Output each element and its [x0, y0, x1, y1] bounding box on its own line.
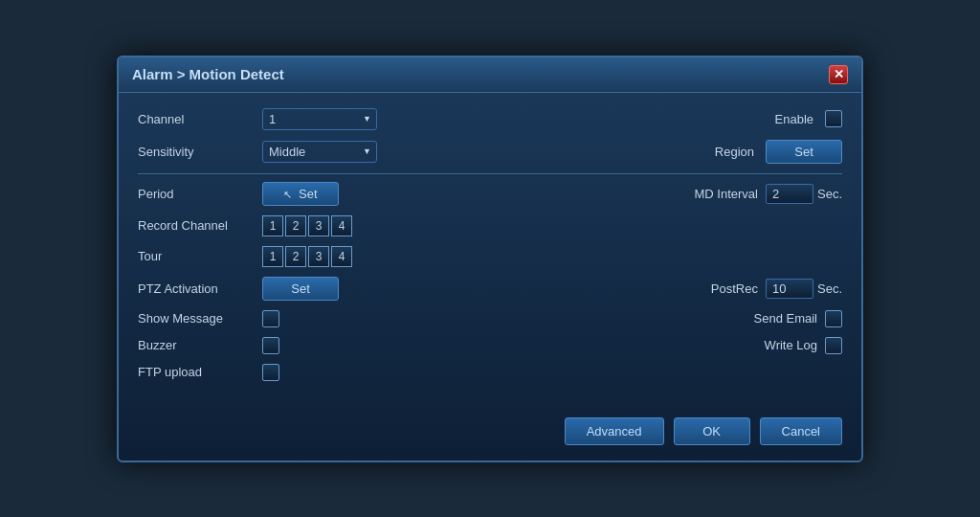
show-message-label: Show Message [138, 311, 262, 326]
record-ch-1[interactable]: 1 [262, 215, 283, 236]
period-row: Period ↖ Set MD Interval Sec. [138, 182, 842, 206]
send-email-label: Send Email [729, 311, 825, 326]
motion-detect-dialog: Alarm > Motion Detect ✕ Channel 1 2 3 4 … [117, 56, 863, 462]
period-label: Period [138, 187, 262, 201]
tour-ch-1[interactable]: 1 [262, 246, 283, 267]
tour-ch-4[interactable]: 4 [331, 246, 352, 267]
postrec-input[interactable] [766, 279, 813, 299]
md-interval-unit: Sec. [817, 187, 842, 201]
channel-select[interactable]: 1 2 3 4 [262, 108, 377, 130]
dialog-footer: Advanced OK Cancel [119, 406, 861, 461]
buzzer-row: Buzzer Write Log [138, 337, 842, 354]
md-interval-input[interactable] [766, 184, 813, 204]
dialog-title: Alarm > Motion Detect [132, 66, 284, 82]
close-button[interactable]: ✕ [829, 65, 848, 84]
show-message-row: Show Message Send Email [138, 310, 842, 327]
ftp-upload-checkbox[interactable] [262, 364, 279, 381]
record-ch-2[interactable]: 2 [285, 215, 306, 236]
title-bar: Alarm > Motion Detect ✕ [119, 57, 861, 93]
region-label: Region [699, 145, 766, 159]
write-log-checkbox[interactable] [825, 337, 842, 354]
send-email-checkbox[interactable] [825, 310, 842, 327]
channel-row: Channel 1 2 3 4 Enable [138, 108, 842, 130]
buzzer-checkbox[interactable] [262, 337, 279, 354]
enable-label: Enable [758, 112, 825, 126]
md-interval-label: MD Interval [670, 187, 766, 201]
tour-ch-2[interactable]: 2 [285, 246, 306, 267]
record-ch-4[interactable]: 4 [331, 215, 352, 236]
write-log-label: Write Log [729, 338, 825, 352]
postrec-label: PostRec [689, 281, 766, 296]
record-ch-3[interactable]: 3 [308, 215, 329, 236]
ptz-label: PTZ Activation [138, 281, 262, 296]
ptz-set-button[interactable]: Set [262, 277, 339, 301]
sensitivity-row: Sensitivity Low Middle High Region Set [138, 140, 842, 164]
sensitivity-select[interactable]: Low Middle High [262, 141, 377, 163]
record-channel-label: Record Channel [138, 218, 262, 233]
ftp-upload-label: FTP upload [138, 365, 262, 379]
ftp-upload-row: FTP upload [138, 364, 842, 381]
enable-checkbox[interactable] [825, 110, 842, 127]
record-channel-row: Record Channel 1 2 3 4 [138, 215, 842, 236]
region-set-button[interactable]: Set [766, 140, 842, 164]
cancel-button[interactable]: Cancel [760, 417, 842, 445]
tour-channel-boxes: 1 2 3 4 [262, 246, 352, 267]
show-message-checkbox[interactable] [262, 310, 279, 327]
sensitivity-label: Sensitivity [138, 145, 262, 159]
sensitivity-select-wrapper: Low Middle High [262, 141, 377, 163]
channel-select-wrapper: 1 2 3 4 [262, 108, 377, 130]
divider-1 [138, 173, 842, 174]
tour-row: Tour 1 2 3 4 [138, 246, 842, 267]
ptz-row: PTZ Activation Set PostRec Sec. [138, 277, 842, 301]
advanced-button[interactable]: Advanced [565, 417, 664, 445]
buzzer-label: Buzzer [138, 338, 262, 352]
dialog-content: Channel 1 2 3 4 Enable Sensitivity Low M… [119, 93, 861, 406]
tour-label: Tour [138, 249, 262, 263]
tour-ch-3[interactable]: 3 [308, 246, 329, 267]
record-channel-boxes: 1 2 3 4 [262, 215, 352, 236]
period-set-button[interactable]: ↖ Set [262, 182, 339, 206]
ok-button[interactable]: OK [674, 417, 750, 445]
channel-label: Channel [138, 112, 262, 126]
postrec-unit: Sec. [817, 281, 842, 296]
